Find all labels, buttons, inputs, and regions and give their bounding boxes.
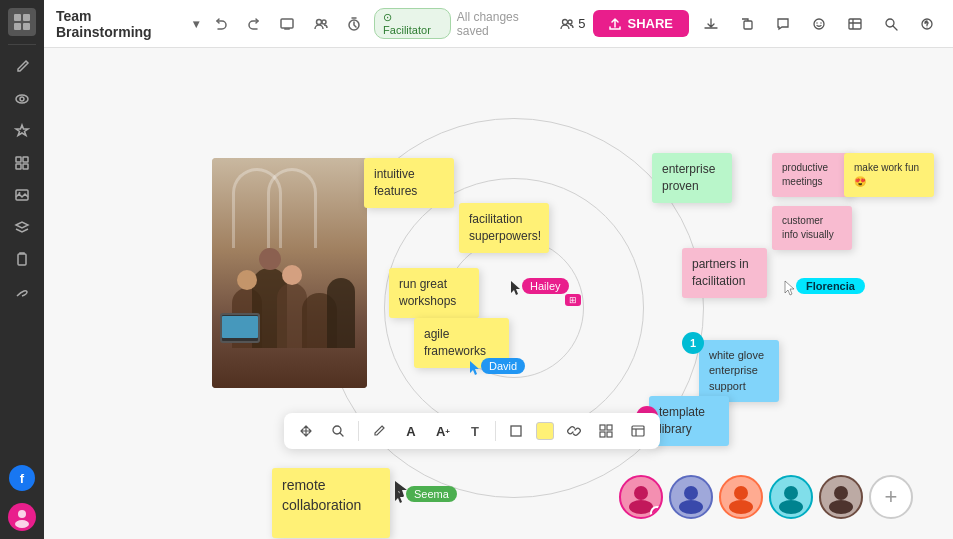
undo-button[interactable] bbox=[207, 10, 234, 38]
sticky-note-enterprise[interactable]: enterprise proven bbox=[652, 153, 732, 203]
toolbar-text-icon[interactable]: A bbox=[399, 419, 423, 443]
svg-rect-9 bbox=[23, 164, 28, 169]
sidebar-icon-grid[interactable] bbox=[8, 149, 36, 177]
sticky-note-productive[interactable]: productive meetings bbox=[772, 153, 852, 197]
avatar-4[interactable] bbox=[769, 475, 813, 519]
sticky-note-partners[interactable]: partners in facilitation bbox=[682, 248, 767, 298]
duplicate-button[interactable] bbox=[733, 10, 761, 38]
canvas[interactable]: intuitive features facilitation superpow… bbox=[44, 48, 953, 539]
sidebar-icon-draw[interactable] bbox=[8, 277, 36, 305]
sticky-note-white-glove[interactable]: white glove enterprise support bbox=[699, 340, 779, 402]
sticky-note-remote[interactable]: remote collaboration bbox=[272, 468, 390, 538]
sticky-text: agile frameworks bbox=[424, 327, 486, 358]
toolbar-text-plus-icon[interactable]: A+ bbox=[431, 419, 455, 443]
svg-point-43 bbox=[779, 500, 803, 514]
users-button[interactable] bbox=[307, 10, 334, 38]
toolbar-link-icon[interactable] bbox=[562, 419, 586, 443]
share-label: SHARE bbox=[627, 16, 673, 31]
avatar-5[interactable] bbox=[819, 475, 863, 519]
svg-rect-33 bbox=[600, 432, 605, 437]
sticky-text: intuitive features bbox=[374, 167, 417, 198]
sticky-note-intuitive[interactable]: intuitive features bbox=[364, 158, 454, 208]
sidebar-logo[interactable] bbox=[8, 8, 36, 36]
badge-number: 1 bbox=[690, 337, 696, 349]
svg-point-11 bbox=[19, 192, 21, 194]
svg-point-41 bbox=[729, 500, 753, 514]
sticky-text: enterprise proven bbox=[662, 162, 715, 193]
timer-button[interactable] bbox=[341, 10, 368, 38]
table-button[interactable] bbox=[841, 10, 869, 38]
title-text: Team Brainstorming bbox=[56, 8, 189, 40]
svg-point-19 bbox=[563, 19, 568, 24]
toolbar-color-picker[interactable] bbox=[536, 422, 554, 440]
sticky-note-facilitation[interactable]: facilitation superpowers! bbox=[459, 203, 549, 253]
svg-rect-34 bbox=[607, 432, 612, 437]
search-button[interactable] bbox=[877, 10, 905, 38]
sidebar-divider bbox=[8, 44, 36, 45]
sticky-note-customer[interactable]: customer info visually bbox=[772, 206, 852, 250]
toolbar-move-icon[interactable] bbox=[294, 419, 318, 443]
photo-image bbox=[212, 158, 367, 388]
sticky-text: template library bbox=[659, 405, 705, 436]
sidebar: f bbox=[0, 0, 44, 539]
svg-rect-30 bbox=[511, 426, 521, 436]
add-participant-button[interactable]: + bbox=[869, 475, 913, 519]
sidebar-icon-layers[interactable] bbox=[8, 213, 36, 241]
cursor-label-florencia: Florencia bbox=[796, 278, 865, 294]
share-button[interactable]: SHARE bbox=[593, 10, 689, 37]
topbar-actions: ⊙ Facilitator All changes saved bbox=[207, 8, 552, 39]
help-button[interactable] bbox=[913, 10, 941, 38]
svg-rect-12 bbox=[18, 254, 26, 265]
participant-number: 5 bbox=[578, 16, 585, 31]
sidebar-icon-pen[interactable] bbox=[8, 53, 36, 81]
toolbar-textbox-icon[interactable]: T bbox=[463, 419, 487, 443]
app-container: f Team Brainstorming ▾ bbox=[0, 0, 953, 539]
svg-point-20 bbox=[568, 20, 572, 24]
svg-point-14 bbox=[15, 520, 29, 528]
svg-point-16 bbox=[316, 19, 321, 24]
screen-button[interactable] bbox=[274, 10, 301, 38]
sticky-text: make work fun 😍 bbox=[854, 162, 919, 187]
svg-rect-0 bbox=[14, 14, 21, 21]
sidebar-user-avatar[interactable] bbox=[8, 503, 36, 531]
sticky-text: productive meetings bbox=[782, 162, 828, 187]
svg-point-36 bbox=[634, 486, 648, 500]
svg-point-42 bbox=[784, 486, 798, 500]
comment-button[interactable] bbox=[769, 10, 797, 38]
sticky-note-template[interactable]: template library bbox=[649, 396, 729, 446]
toolbar-pen-icon[interactable] bbox=[367, 419, 391, 443]
svg-point-13 bbox=[18, 510, 26, 518]
toolbar-shape-icon[interactable] bbox=[504, 419, 528, 443]
sidebar-icon-facebook[interactable]: f bbox=[9, 465, 35, 491]
svg-rect-35 bbox=[632, 426, 644, 436]
sidebar-icon-clipboard[interactable] bbox=[8, 245, 36, 273]
sticky-text: partners in facilitation bbox=[692, 257, 749, 288]
sticky-text: facilitation superpowers! bbox=[469, 212, 541, 243]
avatar-1[interactable] bbox=[619, 475, 663, 519]
redo-button[interactable] bbox=[240, 10, 267, 38]
sidebar-icon-eye[interactable] bbox=[8, 85, 36, 113]
sticky-note-run-great[interactable]: run great workshops bbox=[389, 268, 479, 318]
toolbar-more-icon[interactable] bbox=[626, 419, 650, 443]
sticky-text: remote collaboration bbox=[282, 477, 361, 513]
sidebar-icon-image[interactable] bbox=[8, 181, 36, 209]
sticky-text: run great workshops bbox=[399, 277, 456, 308]
facilitator-badge: ⊙ Facilitator bbox=[374, 8, 451, 39]
topbar: Team Brainstorming ▾ ⊙ Fa bbox=[44, 0, 953, 48]
sticky-note-fun[interactable]: make work fun 😍 bbox=[844, 153, 934, 197]
toolbar-search-icon[interactable] bbox=[326, 419, 350, 443]
avatar-3[interactable] bbox=[719, 475, 763, 519]
sidebar-bottom: f bbox=[8, 461, 36, 531]
svg-point-45 bbox=[829, 500, 853, 514]
badge-1: 1 bbox=[682, 332, 704, 354]
download-button[interactable] bbox=[697, 10, 725, 38]
svg-point-23 bbox=[816, 22, 817, 23]
avatar-2[interactable] bbox=[669, 475, 713, 519]
toolbar-grid-icon[interactable] bbox=[594, 419, 618, 443]
document-title[interactable]: Team Brainstorming ▾ bbox=[56, 8, 199, 40]
svg-point-22 bbox=[814, 19, 824, 29]
topbar-right: 5 SHARE bbox=[560, 10, 941, 38]
reactions-button[interactable] bbox=[805, 10, 833, 38]
sticky-text: customer info visually bbox=[782, 215, 834, 240]
sidebar-icon-star[interactable] bbox=[8, 117, 36, 145]
